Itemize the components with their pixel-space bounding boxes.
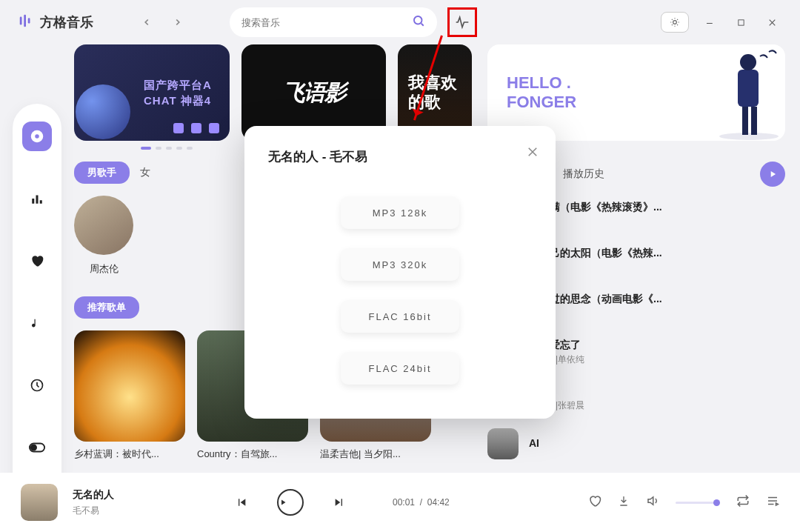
quality-option[interactable]: FLAC 16bit	[341, 300, 459, 333]
quality-option[interactable]: FLAC 24bit	[341, 352, 459, 385]
quality-option[interactable]: MP3 128k	[341, 196, 459, 229]
quality-modal: 无名的人 - 毛不易 MP3 128k MP3 320k FLAC 16bit …	[244, 126, 556, 419]
modal-title: 无名的人 - 毛不易	[268, 148, 532, 165]
modal-close-button[interactable]	[526, 145, 539, 162]
quality-option[interactable]: MP3 320k	[341, 248, 459, 281]
